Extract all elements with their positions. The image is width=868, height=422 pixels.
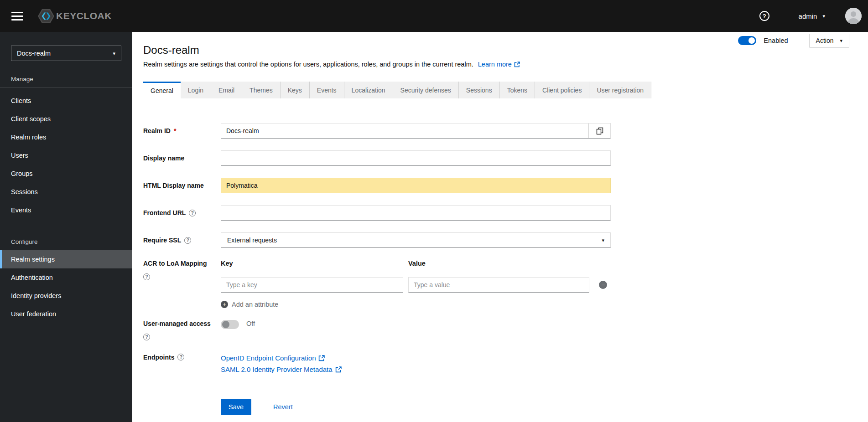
sidebar-item-events[interactable]: Events (0, 201, 132, 219)
frontend-url-label-text: Frontend URL (143, 209, 186, 216)
help-icon[interactable]: ? (177, 354, 184, 360)
action-dropdown-button[interactable]: Action ▾ (809, 34, 849, 47)
sidebar-item-authentication[interactable]: Authentication (0, 268, 132, 287)
saml-metadata-link[interactable]: SAML 2.0 Identity Provider Metadata (221, 364, 342, 375)
display-name-label-text: Display name (143, 154, 184, 162)
top-bar: KEYCLOAK ? admin ▾ (0, 0, 868, 32)
realm-id-label-text: Realm ID (143, 127, 171, 134)
key-input[interactable] (221, 277, 403, 293)
display-name-row: Display name (143, 150, 868, 166)
user-managed-access-row: User-managed access ? Off (143, 320, 868, 340)
tab-general[interactable]: General (143, 82, 181, 98)
user-managed-access-label: User-managed access ? (143, 320, 221, 340)
caret-down-icon: ▾ (840, 38, 842, 43)
external-link-icon (318, 355, 325, 361)
realm-id-input-group (221, 123, 611, 139)
general-settings-form: Realm ID * Display name (132, 98, 868, 415)
sidebar-item-groups[interactable]: Groups (0, 165, 132, 183)
current-realm: Docs-realm (17, 50, 51, 57)
help-icon[interactable]: ? (189, 210, 196, 216)
display-name-input[interactable] (221, 150, 611, 166)
username: admin (799, 12, 817, 20)
realm-id-label: Realm ID * (143, 127, 221, 134)
acr-loa-mapping-row: ACR to LoA Mapping ? Key Value − (143, 260, 868, 308)
nav-toggle-hamburger-icon[interactable] (11, 12, 23, 21)
copy-icon (596, 127, 603, 135)
description-text: Realm settings are settings that control… (143, 61, 473, 68)
realm-id-input[interactable] (221, 124, 588, 138)
require-ssl-selected-value: External requests (227, 237, 277, 244)
realm-selector-dropdown[interactable]: Docs-realm ▾ (11, 46, 121, 61)
tab-user-registration[interactable]: User registration (589, 82, 651, 98)
html-display-name-row: HTML Display name (143, 178, 868, 193)
sidebar-item-users[interactable]: Users (0, 146, 132, 165)
main-content: Enabled Action ▾ Docs-realm Realm settin… (132, 32, 868, 422)
help-icon[interactable]: ? (184, 237, 191, 244)
external-link-icon (335, 366, 342, 373)
caret-down-icon: ▾ (113, 51, 115, 56)
sidebar-item-realm-roles[interactable]: Realm roles (0, 128, 132, 146)
acr-loa-mapping-label-text: ACR to LoA Mapping (143, 260, 207, 267)
openid-endpoint-configuration-link[interactable]: OpenID Endpoint Configuration (221, 352, 342, 364)
remove-attribute-button[interactable]: − (599, 281, 607, 289)
openid-link-label: OpenID Endpoint Configuration (221, 352, 316, 364)
avatar[interactable] (845, 8, 862, 24)
tab-localization[interactable]: Localization (344, 82, 393, 98)
tab-sessions[interactable]: Sessions (459, 82, 500, 98)
copy-button[interactable] (588, 124, 610, 138)
tab-keys[interactable]: Keys (281, 82, 310, 98)
minus-circle-icon: − (599, 281, 607, 289)
html-display-name-label-text: HTML Display name (143, 182, 204, 189)
save-button[interactable]: Save (221, 399, 251, 415)
html-display-name-input[interactable] (221, 178, 611, 193)
frontend-url-input[interactable] (221, 205, 611, 221)
endpoints-row: Endpoints ? OpenID Endpoint Configuratio… (143, 352, 868, 375)
realm-id-row: Realm ID * (143, 123, 868, 139)
required-asterisk: * (174, 127, 176, 134)
sidebar-item-identity-providers[interactable]: Identity providers (0, 287, 132, 305)
tab-email[interactable]: Email (211, 82, 242, 98)
tab-events[interactable]: Events (310, 82, 344, 98)
acr-loa-mapping-label: ACR to LoA Mapping ? (143, 260, 221, 280)
revert-button[interactable]: Revert (273, 403, 293, 411)
tab-login[interactable]: Login (181, 82, 211, 98)
help-icon[interactable]: ? (143, 273, 150, 280)
nav-group-title-manage: Manage (0, 69, 132, 88)
help-icon[interactable]: ? (143, 334, 150, 340)
page-description: Realm settings are settings that control… (143, 61, 868, 68)
tab-bar: General Login Email Themes Keys Events L… (143, 82, 868, 98)
tab-themes[interactable]: Themes (242, 82, 281, 98)
learn-more-link[interactable]: Learn more (478, 61, 520, 68)
user-managed-access-label-text: User-managed access (143, 320, 211, 327)
frontend-url-row: Frontend URL ? (143, 205, 868, 221)
sidebar-item-client-scopes[interactable]: Client scopes (0, 110, 132, 128)
external-link-icon (514, 62, 520, 67)
brand-name: KEYCLOAK (56, 10, 112, 21)
sidebar-item-sessions[interactable]: Sessions (0, 183, 132, 201)
require-ssl-select[interactable]: External requests ▾ (221, 232, 611, 248)
value-input[interactable] (408, 277, 589, 293)
caret-down-icon: ▾ (822, 14, 825, 19)
frontend-url-label: Frontend URL ? (143, 209, 221, 216)
require-ssl-label-text: Require SSL (143, 237, 181, 244)
add-attribute-button[interactable]: + Add an attribute (221, 301, 278, 308)
nav-group-configure: Configure Realm settings Authentication … (0, 232, 132, 323)
user-managed-access-toggle[interactable] (221, 320, 239, 329)
help-button[interactable]: ? (759, 11, 769, 21)
tab-tokens[interactable]: Tokens (500, 82, 535, 98)
realm-enabled-toggle[interactable] (738, 36, 756, 45)
caret-down-icon: ▾ (602, 238, 604, 243)
sidebar-item-user-federation[interactable]: User federation (0, 305, 132, 323)
action-label: Action (816, 37, 834, 44)
tab-client-policies[interactable]: Client policies (535, 82, 589, 98)
toggle-state-label: Off (246, 320, 255, 327)
tab-security-defenses[interactable]: Security defenses (393, 82, 459, 98)
user-menu-button[interactable]: admin ▾ (796, 12, 828, 21)
nav-group-manage: Manage Clients Client scopes Realm roles… (0, 69, 132, 219)
sidebar-item-clients[interactable]: Clients (0, 92, 132, 110)
form-actions: Save Revert (221, 399, 868, 415)
require-ssl-row: Require SSL ? External requests ▾ (143, 232, 868, 248)
sidebar-item-realm-settings[interactable]: Realm settings (0, 250, 132, 268)
keycloak-logo: KEYCLOAK (38, 9, 112, 23)
require-ssl-label: Require SSL ? (143, 237, 221, 244)
